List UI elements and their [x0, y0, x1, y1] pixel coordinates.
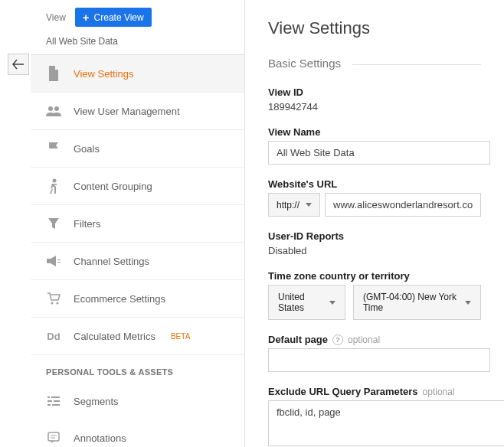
- nav-ecommerce[interactable]: Ecommerce Settings: [31, 280, 244, 318]
- nav-goals[interactable]: Goals: [31, 130, 244, 168]
- create-view-button[interactable]: + Create View: [75, 8, 152, 27]
- optional-text: optional: [348, 334, 380, 345]
- default-page-label: Default page: [268, 334, 328, 345]
- exclude-params-label: Exclude URL Query Parameters: [268, 386, 418, 397]
- dd-icon: Dd: [46, 328, 61, 344]
- svg-rect-9: [51, 396, 60, 398]
- funnel-icon: [46, 216, 61, 231]
- nav-segments[interactable]: Segments: [31, 383, 244, 419]
- view-id-label: View ID: [268, 86, 481, 98]
- nav-label: Content Grouping: [74, 181, 152, 192]
- svg-point-6: [51, 302, 54, 305]
- view-label: View: [46, 12, 66, 23]
- back-button[interactable]: [8, 54, 29, 75]
- nav-label: Filters: [74, 218, 100, 230]
- nav-label: Ecommerce Settings: [74, 293, 165, 305]
- chevron-down-icon: [306, 203, 312, 207]
- timezone-label: Time zone country or territory: [268, 270, 481, 282]
- timezone-value: (GMT-04:00) New York Time: [363, 292, 457, 313]
- segments-icon: [46, 393, 61, 409]
- back-arrow-icon: [12, 59, 25, 70]
- nav-filters[interactable]: Filters: [31, 205, 244, 243]
- svg-rect-11: [54, 400, 60, 402]
- nav-annotations[interactable]: Annotations: [31, 419, 244, 447]
- personal-section-title: PERSONAL TOOLS & ASSETS: [31, 355, 244, 383]
- chevron-down-icon: [329, 301, 335, 305]
- svg-rect-8: [47, 396, 50, 398]
- person-walking-icon: [46, 178, 61, 194]
- svg-rect-3: [47, 259, 51, 263]
- page-title: View Settings: [268, 18, 481, 38]
- view-name-input[interactable]: [268, 141, 490, 165]
- nav-label: Calculated Metrics: [74, 331, 155, 342]
- svg-rect-14: [48, 432, 59, 441]
- svg-point-2: [53, 179, 57, 183]
- help-icon[interactable]: ?: [332, 334, 343, 345]
- people-icon: [46, 103, 61, 119]
- timezone-country-value: United States: [278, 292, 322, 313]
- protocol-value: http://: [277, 200, 299, 210]
- svg-point-1: [54, 106, 59, 111]
- svg-point-0: [48, 106, 53, 111]
- cart-icon: [46, 291, 61, 306]
- optional-text: optional: [423, 387, 455, 397]
- sidebar: View + Create View All Web Site Data Vie…: [31, 0, 245, 447]
- main-panel: View Settings Basic Settings View ID 189…: [245, 0, 504, 447]
- website-url-input[interactable]: [325, 193, 481, 217]
- timezone-select[interactable]: (GMT-04:00) New York Time: [353, 285, 481, 320]
- exclude-params-textarea[interactable]: [268, 400, 504, 446]
- nav-content-grouping[interactable]: Content Grouping: [31, 168, 244, 205]
- svg-point-7: [57, 302, 59, 305]
- sidebar-subtitle: All Web Site Data: [31, 33, 244, 55]
- create-view-label: Create View: [94, 12, 144, 23]
- view-id-value: 189942744: [268, 101, 481, 113]
- beta-badge: BETA: [171, 332, 190, 341]
- nav-view-settings[interactable]: View Settings: [31, 55, 244, 93]
- annotations-icon: [46, 430, 61, 445]
- nav-label: View User Management: [74, 106, 180, 117]
- svg-rect-4: [57, 259, 61, 260]
- website-url-label: Website's URL: [268, 178, 481, 190]
- nav-channel-settings[interactable]: Channel Settings: [31, 243, 244, 280]
- nav-label: Channel Settings: [74, 256, 149, 267]
- nav-user-management[interactable]: View User Management: [31, 93, 244, 130]
- svg-rect-10: [47, 400, 52, 402]
- plus-icon: +: [83, 11, 90, 23]
- nav-label: Segments: [74, 396, 119, 407]
- svg-rect-12: [47, 404, 51, 406]
- user-id-label: User-ID Reports: [268, 230, 481, 242]
- document-icon: [46, 66, 61, 81]
- channel-icon: [46, 253, 61, 269]
- timezone-country-select[interactable]: United States: [268, 285, 345, 320]
- svg-rect-5: [57, 262, 61, 263]
- user-id-value: Disabled: [268, 245, 481, 256]
- default-page-input[interactable]: [268, 348, 490, 372]
- nav-label: Annotations: [74, 432, 126, 444]
- protocol-select[interactable]: http://: [268, 193, 320, 217]
- flag-icon: [46, 141, 61, 156]
- basic-settings-heading: Basic Settings: [268, 57, 481, 74]
- svg-rect-13: [52, 404, 60, 406]
- nav-calculated-metrics[interactable]: Dd Calculated Metrics BETA: [31, 318, 244, 355]
- chevron-down-icon: [465, 301, 471, 305]
- nav-label: Goals: [74, 143, 100, 155]
- view-name-label: View Name: [268, 126, 481, 138]
- nav-label: View Settings: [74, 68, 134, 80]
